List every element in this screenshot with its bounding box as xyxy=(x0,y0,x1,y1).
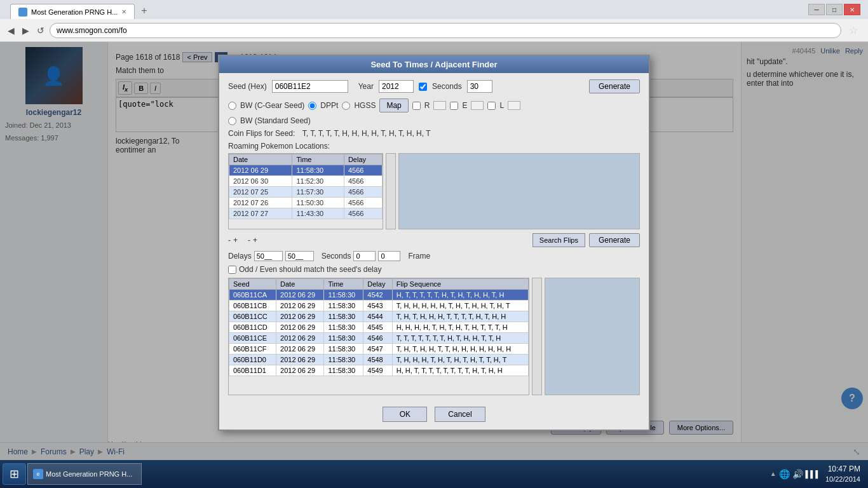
table-row[interactable]: 060B11CD2012 06 2911:58:304545 H, H, H, … xyxy=(229,322,529,333)
col-delay: Delay xyxy=(344,154,382,165)
seconds-minus-input[interactable] xyxy=(353,251,376,261)
minimize-button[interactable]: ─ xyxy=(808,4,825,15)
new-tab-button[interactable]: + xyxy=(136,3,152,19)
row-time: 11:58:30 xyxy=(292,165,344,176)
odd-even-checkbox[interactable] xyxy=(228,266,236,274)
coin-flips-value: T, T, T, T, T, H, H, H, H, T, H, T, H, H… xyxy=(302,129,431,138)
delays-plus-input[interactable] xyxy=(285,251,314,261)
minus-delays-label: - xyxy=(228,236,231,245)
date-time-table-body: 2012 06 29 11:58:30 4566 2012 06 3011:52… xyxy=(229,165,383,219)
back-button[interactable]: ◀ xyxy=(5,23,17,38)
coin-flips-row: Coin Flips for Seed: T, T, T, T, T, H, H… xyxy=(228,129,640,138)
bw-cgear-label: BW (C-Gear Seed) xyxy=(240,101,304,110)
table-row[interactable]: 2012 07 2611:50:304566 xyxy=(229,198,383,208)
bw-standard-radio[interactable] xyxy=(228,117,236,125)
year-label: Year xyxy=(358,82,374,91)
plus-delays-label: + xyxy=(233,236,238,245)
address-bar[interactable] xyxy=(50,23,841,38)
table-row[interactable]: 060B11D0 2012 06 29 11:58:30 4548 T, H, … xyxy=(229,355,529,365)
r-label: R xyxy=(424,101,430,110)
table2-right-panel xyxy=(545,278,640,395)
start-button[interactable]: ⊞ xyxy=(3,463,26,485)
generate-button2[interactable]: Generate xyxy=(589,233,640,247)
seed-table-container[interactable]: Seed Date Time Delay Flip Sequence xyxy=(228,278,529,395)
seed-table-body: 060B11CA 2012 06 29 11:58:30 4542 H, T, … xyxy=(229,290,529,376)
system-tray: ▲ 🌐 🔊 ▌▌▌ 10:47 PM 10/22/2014 xyxy=(765,464,865,484)
dialog-title: Seed To Times / Adjacent Finder xyxy=(219,56,649,73)
dppt-radio[interactable] xyxy=(308,102,316,110)
dialog-footer: OK Cancel xyxy=(219,402,649,430)
col-time: Time xyxy=(292,154,344,165)
table1-right-panel xyxy=(398,153,640,229)
seed-label: Seed (Hex) xyxy=(228,82,267,91)
year-input[interactable] xyxy=(379,80,414,93)
tab-close-button[interactable]: ✕ xyxy=(121,8,126,15)
refresh-button[interactable]: ↺ xyxy=(34,23,47,38)
table-row[interactable]: 060B11CE 2012 06 29 11:58:30 4546 T, T, … xyxy=(229,333,529,344)
table-row[interactable]: 060B11D12012 06 2911:58:304549 H, H, T, … xyxy=(229,365,529,376)
odd-even-label: Odd / Even should match the seed's delay xyxy=(239,265,381,274)
col-seed: Seed xyxy=(229,279,276,290)
minus-seconds-label: - xyxy=(248,236,250,245)
clock-display[interactable]: 10:47 PM 10/22/2014 xyxy=(825,464,860,484)
seconds-input[interactable] xyxy=(467,80,492,93)
bookmark-icon[interactable]: ☆ xyxy=(844,24,863,36)
table-row[interactable]: 060B11CA 2012 06 29 11:58:30 4542 H, T, … xyxy=(229,290,529,301)
table-row[interactable]: 2012 07 2711:43:304566 xyxy=(229,208,383,219)
table-row[interactable]: 060B11CC 2012 06 29 11:58:30 4544 T, H, … xyxy=(229,311,529,322)
l-label: L xyxy=(499,101,504,110)
e-checkbox[interactable] xyxy=(450,102,458,110)
table2-scrollbar[interactable] xyxy=(532,278,542,395)
seconds-plus-input[interactable] xyxy=(378,251,400,261)
seed-to-times-dialog: Seed To Times / Adjacent Finder Seed (He… xyxy=(218,55,650,431)
taskbar-tab-label: Most Generation PRNG H... xyxy=(46,470,132,478)
hgss-label: HGSS xyxy=(354,101,376,110)
map-button[interactable]: Map xyxy=(379,98,408,112)
delays-minus-input[interactable] xyxy=(254,251,283,261)
date-time-table-container[interactable]: Date Time Delay 2012 06 29 11:58 xyxy=(228,153,383,229)
dialog-overlay: Seed To Times / Adjacent Finder Seed (He… xyxy=(0,42,868,460)
svg-point-0 xyxy=(20,9,26,15)
forward-button[interactable]: ▶ xyxy=(20,23,32,38)
col-date2: Date xyxy=(276,279,324,290)
speaker-icon[interactable]: 🔊 xyxy=(792,469,803,479)
tab-favicon xyxy=(18,8,27,17)
time-display: 10:47 PM xyxy=(825,464,860,475)
table-row[interactable]: 2012 06 29 11:58:30 4566 xyxy=(229,165,383,176)
e-label: E xyxy=(462,101,467,110)
bw-cgear-radio[interactable] xyxy=(228,102,236,110)
table-row[interactable]: 060B11CB2012 06 2911:58:304543 T, H, H, … xyxy=(229,301,529,311)
frame-label: Frame xyxy=(408,252,430,261)
hgss-radio[interactable] xyxy=(342,102,350,110)
browser-tab[interactable]: Most Generation PRNG H... ✕ xyxy=(10,4,135,19)
col-time2: Time xyxy=(324,279,363,290)
signal-bars-icon[interactable]: ▌▌▌ xyxy=(806,470,820,478)
taskbar-browser-item[interactable]: e Most Generation PRNG H... xyxy=(27,463,142,485)
table-row[interactable]: 2012 06 3011:52:304566 xyxy=(229,176,383,187)
cancel-button[interactable]: Cancel xyxy=(435,407,485,422)
col-delay2: Delay xyxy=(363,279,393,290)
search-flips-button[interactable]: Search Flips xyxy=(532,233,585,247)
close-button[interactable]: ✕ xyxy=(844,4,860,15)
seconds-label2: Seconds xyxy=(322,252,351,261)
seconds-label: Seconds xyxy=(432,82,462,91)
roaming-label: Roaming Pokemon Locations: xyxy=(228,142,640,151)
dppt-label: DPPt xyxy=(320,101,338,110)
plus-seconds-label: + xyxy=(253,236,257,245)
tray-arrow-icon[interactable]: ▲ xyxy=(770,470,776,477)
date-display: 10/22/2014 xyxy=(825,475,860,484)
table1-scrollbar[interactable] xyxy=(386,153,396,229)
generate-button[interactable]: Generate xyxy=(589,79,640,93)
row-date: 2012 06 29 xyxy=(229,165,292,176)
seconds-checkbox[interactable] xyxy=(419,83,427,91)
seed-input[interactable] xyxy=(272,80,348,93)
table-row[interactable]: 2012 07 2511:57:304566 xyxy=(229,187,383,198)
r-checkbox[interactable] xyxy=(412,102,421,110)
row-delay: 4566 xyxy=(344,165,382,176)
table-row[interactable]: 060B11CF2012 06 2911:58:304547 T, H, T, … xyxy=(229,344,529,355)
ok-button[interactable]: OK xyxy=(383,407,427,422)
col-flip-seq: Flip Sequence xyxy=(392,279,528,290)
l-checkbox[interactable] xyxy=(487,102,496,110)
network-icon[interactable]: 🌐 xyxy=(779,469,790,479)
maximize-button[interactable]: □ xyxy=(826,4,843,15)
